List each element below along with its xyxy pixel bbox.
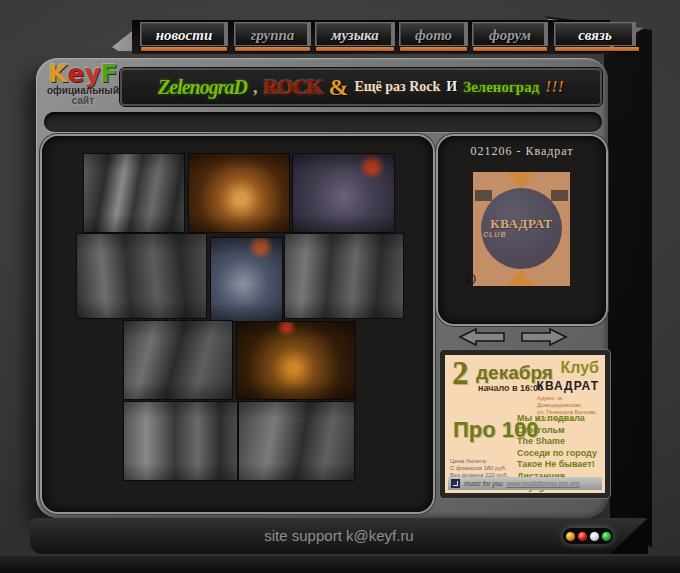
photo-haze-overlay bbox=[473, 172, 570, 286]
flyer-club-name: КВАДРАТ bbox=[537, 379, 599, 393]
banner-text: !!! bbox=[545, 78, 564, 96]
viewer-photo-kvadrat-club: КВАДРАТ CLUB bbox=[473, 172, 570, 286]
flyer-date-day: 2 bbox=[452, 355, 469, 392]
banner-text: ROCK bbox=[263, 75, 322, 100]
gallery-photo-4[interactable] bbox=[77, 234, 206, 318]
status-lights bbox=[563, 528, 613, 544]
logo-letter: y bbox=[84, 59, 100, 88]
flyer-band: The Shame bbox=[517, 436, 597, 448]
gallery-photo-2[interactable] bbox=[189, 154, 289, 232]
banner-text: & bbox=[328, 74, 348, 101]
tab-underline bbox=[473, 47, 547, 51]
frame-bottom-edge bbox=[0, 556, 680, 573]
tab-news[interactable]: новости bbox=[140, 22, 228, 46]
gallery-photo-8[interactable] bbox=[237, 322, 355, 399]
banner-text: Зеленоград bbox=[463, 79, 539, 96]
flyer-band: Мы из подвала bbox=[517, 413, 597, 425]
tab-underline bbox=[400, 47, 467, 51]
banner-text: , bbox=[253, 77, 258, 98]
logo-wordmark: KeyF bbox=[46, 62, 120, 86]
gallery-photo-7[interactable] bbox=[124, 321, 232, 399]
orange-light-icon bbox=[565, 531, 576, 542]
viewer-title: 021206 - Квадрат bbox=[438, 144, 606, 159]
logo-letter: F bbox=[101, 59, 118, 88]
flyer-promo-name: music for you bbox=[464, 480, 503, 487]
left-arrow-icon bbox=[460, 329, 504, 345]
flyer-band: Соседи по городу bbox=[517, 448, 597, 460]
gallery-photo-1[interactable] bbox=[84, 154, 184, 232]
flyer-address-line: Адрес: м. Домодедовская, bbox=[537, 395, 599, 409]
tab-contact[interactable]: связь bbox=[554, 22, 636, 46]
sub-menu-strip bbox=[44, 112, 602, 132]
flyer-band: Такое Не бывает! bbox=[517, 459, 597, 471]
tab-underline bbox=[235, 47, 310, 51]
logo-letter: e bbox=[67, 59, 84, 88]
tab-underline bbox=[316, 47, 394, 51]
flyer-band: Стокгольм bbox=[517, 425, 597, 437]
gallery-photo-6[interactable] bbox=[285, 234, 403, 318]
gallery-photo-10[interactable] bbox=[239, 402, 354, 480]
event-flyer: 2 декабря начало в 16:00 Клуб КВАДРАТ Ад… bbox=[440, 350, 610, 498]
prev-photo-button[interactable] bbox=[458, 327, 506, 347]
flyer-price-line: С флаером 180 руб. bbox=[450, 465, 508, 472]
music-for-you-icon bbox=[451, 479, 460, 488]
gallery-photo-3[interactable] bbox=[293, 154, 394, 232]
next-photo-button[interactable] bbox=[520, 327, 568, 347]
banner-text: И bbox=[446, 79, 457, 95]
right-arrow-icon bbox=[522, 329, 566, 345]
flyer-start-time: начало в 16:00 bbox=[478, 383, 543, 393]
flyer-club-word: Клуб bbox=[561, 359, 600, 377]
red-light-icon bbox=[577, 531, 588, 542]
logo-letter: K bbox=[48, 59, 67, 88]
site-logo[interactable]: KeyF официальный сайт bbox=[46, 62, 120, 112]
gallery-photo-5[interactable] bbox=[211, 238, 282, 321]
logo-subtitle: сайт bbox=[46, 96, 120, 106]
flyer-promo-url: www.musicforyou.pro.org bbox=[507, 480, 580, 487]
green-light-icon bbox=[601, 531, 612, 542]
tab-underline bbox=[555, 47, 639, 51]
white-light-icon bbox=[589, 531, 600, 542]
banner-text: ZelenograD bbox=[158, 76, 247, 99]
flyer-promo-bar: music for you www.musicforyou.pro.org bbox=[448, 477, 602, 490]
support-email-link[interactable]: site support k@keyf.ru bbox=[30, 518, 648, 554]
banner-text: Ещё раз Rock bbox=[354, 79, 440, 95]
flyer-ticket-price: Цена билета: С флаером 180 руб. Без флае… bbox=[450, 458, 508, 479]
tab-photo[interactable]: фото bbox=[399, 22, 468, 46]
event-flyer-inner: 2 декабря начало в 16:00 Клуб КВАДРАТ Ад… bbox=[445, 355, 605, 493]
tab-underline bbox=[141, 47, 227, 51]
header-banner: ZelenograD , ROCK & Ещё раз Rock И Зелен… bbox=[120, 68, 602, 106]
tab-music[interactable]: музыка bbox=[315, 22, 395, 46]
flyer-price-line: Цена билета: bbox=[450, 458, 508, 465]
tab-forum[interactable]: форум bbox=[472, 22, 548, 46]
tab-band[interactable]: группа bbox=[234, 22, 311, 46]
gallery-photo-9[interactable] bbox=[124, 402, 237, 480]
